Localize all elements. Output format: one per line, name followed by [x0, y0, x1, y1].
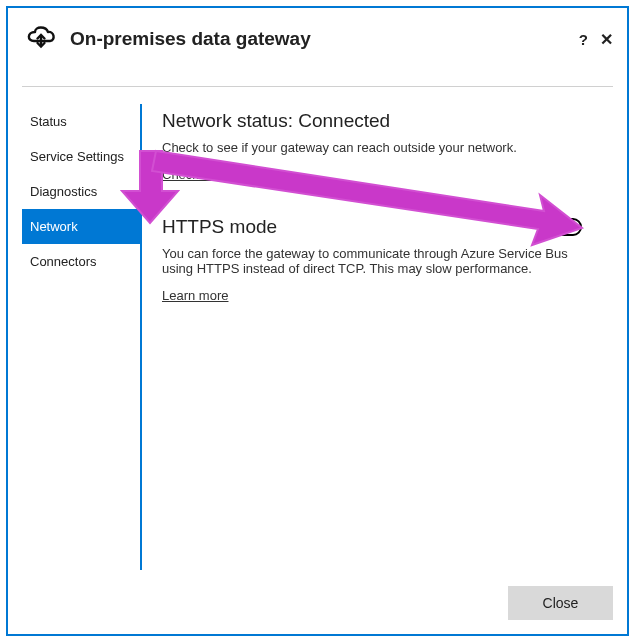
network-status-value: Connected	[298, 110, 390, 131]
window-title: On-premises data gateway	[70, 28, 579, 50]
sidebar-item-label: Service Settings	[30, 149, 124, 164]
window-body: Status Service Settings Diagnostics Netw…	[22, 104, 613, 570]
help-icon[interactable]: ?	[579, 31, 588, 48]
https-mode-description: You can force the gateway to communicate…	[162, 246, 582, 276]
sidebar-item-label: Status	[30, 114, 67, 129]
close-button[interactable]: Close	[508, 586, 613, 620]
sidebar-item-label: Network	[30, 219, 78, 234]
network-status-title: Network status: Connected	[162, 110, 613, 132]
network-status-description: Check to see if your gateway can reach o…	[162, 140, 582, 155]
sidebar-item-label: Diagnostics	[30, 184, 97, 199]
toggle-knob	[548, 222, 558, 232]
footer: Close	[508, 586, 613, 620]
content-panel: Network status: Connected Check to see i…	[142, 104, 613, 570]
close-icon[interactable]: ✕	[600, 30, 613, 49]
sidebar: Status Service Settings Diagnostics Netw…	[22, 104, 142, 570]
sidebar-item-status[interactable]: Status	[22, 104, 140, 139]
check-now-link[interactable]: Check now	[162, 167, 226, 182]
cloud-gateway-icon	[24, 22, 58, 56]
gateway-window: On-premises data gateway ? ✕ Status Serv…	[6, 6, 629, 636]
sidebar-item-label: Connectors	[30, 254, 96, 269]
network-status-label: Network status:	[162, 110, 293, 131]
https-mode-title: HTTPS mode	[162, 216, 277, 238]
https-mode-toggle[interactable]	[544, 218, 582, 236]
sidebar-item-service-settings[interactable]: Service Settings	[22, 139, 140, 174]
title-bar: On-premises data gateway ? ✕	[8, 8, 627, 66]
sidebar-item-network[interactable]: Network	[22, 209, 140, 244]
divider	[22, 86, 613, 87]
sidebar-item-diagnostics[interactable]: Diagnostics	[22, 174, 140, 209]
sidebar-item-connectors[interactable]: Connectors	[22, 244, 140, 279]
https-mode-row: HTTPS mode	[162, 216, 582, 238]
learn-more-link[interactable]: Learn more	[162, 288, 228, 303]
